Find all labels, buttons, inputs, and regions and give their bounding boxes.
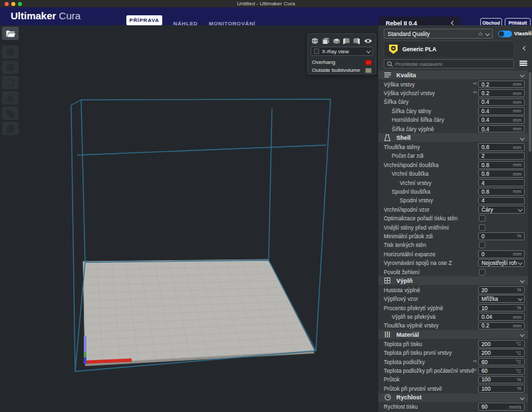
scale-tool-icon [6, 63, 15, 72]
setting-value: 0.8 [481, 170, 489, 177]
setting-value: 0.8 [481, 144, 489, 150]
setting-input[interactable]: 0% [478, 232, 525, 240]
section-header-material[interactable]: Materiál [378, 330, 529, 339]
close-panel-icon[interactable]: ✕ [527, 29, 532, 36]
support-blocker-button[interactable] [2, 122, 19, 135]
setting-row: Výška vrstvy∞0.2mm [378, 80, 529, 89]
setting-input[interactable]: 0.4mm [478, 125, 525, 133]
setting-input[interactable]: 4 [478, 179, 525, 187]
setting-checkbox[interactable] [479, 224, 485, 231]
setting-input[interactable]: 10% [478, 304, 525, 312]
move-tool-button[interactable] [2, 45, 19, 59]
setting-input[interactable]: 0.04mm [478, 313, 525, 321]
setting-row: Vrchní/spodní vzorČáry [378, 205, 529, 214]
view-front-icon[interactable] [322, 37, 329, 45]
setting-input[interactable]: 200°C [478, 349, 525, 357]
profile-name: Standard Quality [388, 31, 430, 37]
search-input[interactable] [395, 61, 511, 67]
settings-menu-icon[interactable] [519, 60, 527, 67]
setting-checkbox[interactable] [479, 215, 485, 222]
open-folder-icon [6, 30, 15, 37]
setting-dropdown[interactable]: Mřížka [478, 295, 525, 303]
setting-input[interactable]: 100% [478, 376, 525, 384]
setting-label: Výška výchozí vrstvy [384, 90, 478, 97]
setting-label: Výplňový vzor [384, 296, 478, 302]
mirror-tool-button[interactable] [2, 91, 19, 104]
setting-checkbox[interactable] [479, 242, 485, 248]
app-header: Ultimaker Cura PŘÍPRAVA NÁHLED MONITOROV… [0, 7, 532, 25]
section-header-shell[interactable]: Shell [378, 133, 529, 142]
setting-row: Tloušťka stěny0.8mm [378, 142, 529, 151]
setting-row: Teplota podložky při počáteční vrstvě∞60… [378, 366, 529, 375]
setting-input[interactable]: 2 [478, 152, 525, 160]
tab-prepare[interactable]: PŘÍPRAVA [126, 15, 162, 25]
setting-input[interactable]: 60°C [478, 358, 525, 366]
section-header-infill[interactable]: Výplň [378, 276, 529, 285]
setting-dropdown[interactable]: Nejostřejší roh [478, 259, 525, 267]
setting-label: Teplota při tisku první vrstvy [384, 349, 478, 356]
link-icon: ∞ [473, 81, 477, 87]
setting-input[interactable]: 0.4mm [478, 116, 525, 124]
chevron-down-icon [520, 332, 524, 336]
setting-input[interactable]: 100% [478, 385, 525, 393]
setting-value: 0.2 [481, 81, 489, 88]
collapse-extruder-icon[interactable] [523, 46, 527, 51]
setting-label: Teplota podložky při počáteční vrstvě [384, 367, 478, 374]
setting-value: 20 [481, 287, 487, 294]
setting-label: Průtok [384, 376, 478, 383]
setting-input[interactable]: 4 [478, 197, 525, 205]
setting-label: Spodní tloušťka [384, 188, 478, 195]
search-icon [387, 61, 393, 67]
view-right-icon[interactable] [353, 37, 360, 45]
setting-input[interactable]: 20% [478, 286, 525, 294]
scrollbar-thumb[interactable] [529, 72, 531, 152]
setting-row: Tisk tenkých stěn [378, 241, 529, 250]
setting-input[interactable]: 0.8mm [478, 170, 525, 178]
rotate-tool-button[interactable] [2, 76, 19, 89]
setting-row: Šířka čáry stěny0.4mm [378, 106, 529, 115]
setting-input[interactable]: 0.8mm [478, 161, 525, 169]
view-mode-dropdown[interactable]: X-Ray view [311, 47, 373, 56]
setting-input[interactable]: 0mm [478, 250, 525, 258]
setting-checkbox[interactable] [479, 269, 485, 276]
eye-icon[interactable] [364, 38, 372, 44]
setting-input[interactable]: 200°C [478, 340, 525, 348]
section-label: Kvalita [396, 72, 416, 79]
extruder-material-tab[interactable]: Generic PLA [384, 41, 515, 57]
setting-input[interactable]: 0.8mm [478, 143, 525, 151]
setting-dropdown[interactable]: Čáry [478, 206, 525, 214]
view-3d-icon[interactable] [311, 37, 319, 45]
setting-input[interactable]: 0.4mm [478, 107, 525, 115]
setting-unit: mm [513, 144, 521, 150]
setting-row: Horní/dolní šířka čáry0.4mm [378, 116, 529, 124]
setting-input[interactable]: 0.2mm [478, 322, 525, 330]
setting-input[interactable]: 0.2mm [478, 81, 525, 89]
open-file-button[interactable] [2, 27, 19, 40]
setting-input[interactable]: 60mm/s [478, 403, 525, 411]
setting-unit: °C [515, 350, 521, 356]
viewport-3d[interactable]: X-Ray view Overhang Outside buildvolume [0, 25, 378, 412]
setting-input[interactable]: 60°C [478, 367, 525, 375]
view-left-icon[interactable] [342, 37, 350, 45]
section-header-quality[interactable]: Kvalita [378, 71, 529, 79]
view-top-icon[interactable] [332, 37, 340, 45]
setting-value: 0.2 [481, 90, 489, 97]
per-model-settings-button[interactable] [2, 106, 19, 120]
scale-tool-button[interactable] [2, 61, 19, 74]
setting-value: 2 [481, 152, 485, 159]
move-tool-icon [6, 48, 15, 57]
setting-input[interactable]: 0.4mm [478, 99, 525, 106]
chevron-left-icon [451, 21, 456, 25]
setting-row: Spodní tloušťka0.8mm [378, 187, 529, 196]
setting-input[interactable]: 0.2mm [478, 89, 525, 97]
settings-scrollbar[interactable] [528, 71, 532, 412]
profile-dropdown[interactable]: Standard Quality ☆ [384, 29, 493, 39]
setting-label: Vnější stěny před vnitřními [384, 224, 479, 231]
setting-value: 0.4 [481, 108, 489, 114]
setting-unit: mm [513, 314, 521, 320]
setting-unit: mm [513, 126, 521, 132]
setting-input[interactable]: 0.8mm [478, 188, 525, 196]
custom-mode-toggle[interactable] [498, 31, 512, 37]
setting-value: 4 [481, 180, 485, 186]
section-header-speed[interactable]: Rychlost [378, 393, 529, 402]
